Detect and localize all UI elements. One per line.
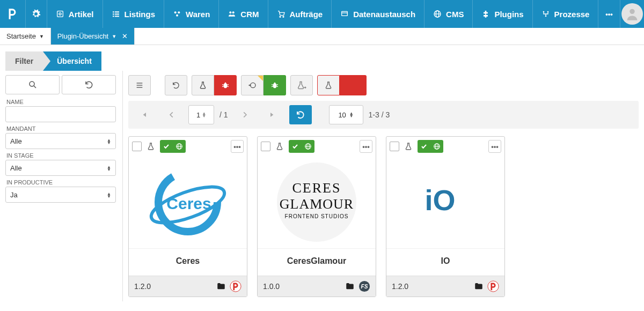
card-checkbox[interactable] <box>261 142 270 151</box>
flask-icon <box>145 140 157 152</box>
content-area: 1 ▲▼ / 1 10 ▲▼ 1-3 / 3 <box>122 71 644 301</box>
pager-page-input[interactable]: 1 ▲▼ <box>188 105 214 124</box>
svg-point-22 <box>545 16 546 17</box>
filter-stage-select[interactable]: Alle▲▼ <box>5 160 116 176</box>
nav-label: CRM <box>240 10 259 19</box>
svg-point-21 <box>547 11 548 13</box>
select-all-button[interactable] <box>128 75 151 95</box>
filter-prod-select[interactable]: Ja▲▼ <box>5 187 116 203</box>
svg-rect-0 <box>57 11 63 17</box>
flask-icon <box>324 80 333 90</box>
plugin-logo-io: iO <box>386 156 504 248</box>
nav-crm[interactable]: CRM <box>219 0 268 28</box>
nav-label: CMS <box>446 10 464 19</box>
cms-icon <box>433 10 442 18</box>
user-icon <box>625 6 640 21</box>
card-status-badge[interactable] <box>289 140 314 153</box>
nav-label: Prozesse <box>554 10 590 19</box>
svg-point-10 <box>176 14 178 17</box>
undo-action-button[interactable] <box>165 75 187 95</box>
svg-rect-15 <box>342 11 348 16</box>
stage-bug-button[interactable] <box>214 75 237 95</box>
folder-icon <box>345 282 355 291</box>
nav-artikel[interactable]: Artikel <box>47 0 103 28</box>
chevron-down-icon: ▼ <box>112 34 116 39</box>
card-menu-button[interactable]: ••• <box>488 140 501 153</box>
breadcrumb-start[interactable]: Startseite ▼ <box>0 28 51 45</box>
nav-datenaustausch[interactable]: Datenaustausch <box>332 0 425 28</box>
pager-pagesize-select[interactable]: 10 ▲▼ <box>329 105 363 124</box>
tab-overview[interactable]: Übersicht <box>43 51 101 71</box>
svg-line-38 <box>276 85 278 85</box>
card-status-badge[interactable] <box>160 140 186 153</box>
article-icon <box>56 10 64 18</box>
breadcrumb: Startseite ▼ Plugin-Übersicht ▼ ✕ <box>0 28 644 45</box>
close-icon[interactable]: ✕ <box>122 32 128 40</box>
reload-icon <box>296 110 305 120</box>
globe-icon <box>173 140 186 153</box>
source-plenty-icon <box>487 280 499 292</box>
nav-auftraege[interactable]: Aufträge <box>268 0 332 28</box>
nav-more-button[interactable]: ••• <box>598 0 620 28</box>
flask-arrow-icon <box>296 80 307 90</box>
svg-point-35 <box>251 83 255 87</box>
svg-point-9 <box>178 11 180 13</box>
nav-waren[interactable]: Waren <box>164 0 219 28</box>
svg-line-31 <box>227 85 229 85</box>
flask-delete-button[interactable] <box>317 75 340 95</box>
nav-listings[interactable]: Listings <box>103 0 165 28</box>
globe-icon <box>302 140 314 153</box>
delete-action-button[interactable] <box>340 75 367 95</box>
flask-export-button[interactable] <box>290 75 313 95</box>
orders-icon <box>277 10 286 18</box>
filter-mandant-select[interactable]: Alle▲▼ <box>5 133 116 149</box>
nav-plugins[interactable]: Plugins <box>473 0 532 28</box>
svg-line-40 <box>276 86 278 87</box>
deploy-globe-button[interactable] <box>241 75 264 95</box>
card-checkbox[interactable] <box>390 142 399 151</box>
plugin-card: ••• Ceres Ceres 1.2.0 <box>128 136 247 297</box>
tab-filter[interactable]: Filter <box>5 51 43 71</box>
settings-gear-icon[interactable] <box>26 0 47 28</box>
top-nav: Artikel Listings Waren CRM Aufträge Date… <box>0 0 644 28</box>
filter-name-input[interactable] <box>5 106 116 122</box>
svg-rect-5 <box>115 13 119 14</box>
pager-last-button[interactable] <box>261 105 284 124</box>
pager-page-total: / 1 <box>219 110 228 119</box>
stage-flask-button[interactable] <box>192 75 214 95</box>
nav-label: Datenaustausch <box>353 10 415 19</box>
card-status-badge[interactable] <box>418 140 443 153</box>
pager-prev-button[interactable] <box>160 105 183 124</box>
nav-prozesse[interactable]: Prozesse <box>533 0 599 28</box>
svg-text:FRONTEND STUDIOS: FRONTEND STUDIOS <box>285 213 349 219</box>
user-avatar[interactable] <box>620 0 644 28</box>
reset-button[interactable] <box>62 75 116 94</box>
nav-cms[interactable]: CMS <box>425 0 473 28</box>
breadcrumb-plugin-overview[interactable]: Plugin-Übersicht ▼ ✕ <box>51 28 135 45</box>
undo-icon <box>84 80 94 90</box>
nav-label: Artikel <box>69 10 94 19</box>
svg-line-33 <box>227 86 229 87</box>
svg-rect-3 <box>115 11 119 12</box>
nav-label: Aufträge <box>290 10 323 19</box>
svg-text:iO: iO <box>425 184 455 216</box>
plugin-version: 1.2.0 <box>392 282 470 291</box>
pager-range: 1-3 / 3 <box>369 110 390 119</box>
svg-point-24 <box>30 82 34 86</box>
card-menu-button[interactable]: ••• <box>231 140 244 153</box>
brand-logo[interactable] <box>0 0 26 28</box>
pager-next-button[interactable] <box>233 105 256 124</box>
search-button[interactable] <box>5 75 60 94</box>
svg-point-23 <box>630 9 634 14</box>
plugins-icon <box>481 10 490 18</box>
globe-icon <box>430 140 443 153</box>
deploy-bug-button[interactable] <box>264 75 286 95</box>
card-menu-button[interactable]: ••• <box>360 140 372 153</box>
first-page-icon <box>140 110 148 119</box>
pager-first-button[interactable] <box>133 105 155 124</box>
plugin-logo-glamour: CERESGLAMOURFRONTEND STUDIOS <box>258 156 376 248</box>
pager-reload-button[interactable] <box>289 105 312 124</box>
card-checkbox[interactable] <box>132 142 142 151</box>
processes-icon <box>541 10 550 18</box>
plugin-logo-ceres: Ceres <box>129 156 247 248</box>
